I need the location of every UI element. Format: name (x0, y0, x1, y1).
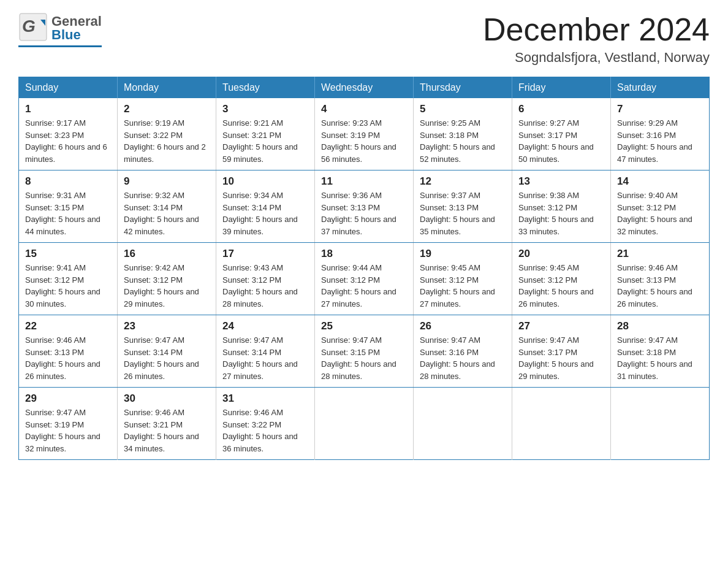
logo: G General Blue (18, 12, 102, 44)
table-row: 6 Sunrise: 9:27 AMSunset: 3:17 PMDayligh… (512, 98, 611, 170)
table-row: 9 Sunrise: 9:32 AMSunset: 3:14 PMDayligh… (118, 170, 216, 243)
day-number: 27 (518, 320, 604, 332)
calendar-header-row: Sunday Monday Tuesday Wednesday Thursday… (19, 77, 710, 99)
table-row: 11 Sunrise: 9:36 AMSunset: 3:13 PMDaylig… (315, 170, 414, 243)
day-number: 12 (420, 175, 506, 188)
location-subtitle: Sogndalsfjora, Vestland, Norway (483, 50, 710, 66)
day-info: Sunrise: 9:46 AMSunset: 3:13 PMDaylight:… (617, 263, 692, 308)
table-row: 7 Sunrise: 9:29 AMSunset: 3:16 PMDayligh… (611, 98, 710, 170)
page-container: G General Blue December 2024 Sogndalsfjo… (18, 12, 710, 460)
logo-general-text: General (51, 15, 102, 28)
day-info: Sunrise: 9:43 AMSunset: 3:12 PMDaylight:… (222, 263, 298, 308)
calendar-week-row: 1 Sunrise: 9:17 AMSunset: 3:23 PMDayligh… (19, 98, 710, 170)
day-number: 6 (518, 103, 604, 115)
col-saturday: Saturday (611, 77, 710, 99)
day-number: 26 (420, 320, 506, 332)
calendar-week-row: 22 Sunrise: 9:46 AMSunset: 3:13 PMDaylig… (19, 315, 710, 388)
logo-icon: G (18, 12, 48, 42)
table-row: 22 Sunrise: 9:46 AMSunset: 3:13 PMDaylig… (19, 315, 118, 388)
table-row: 16 Sunrise: 9:42 AMSunset: 3:12 PMDaylig… (118, 243, 216, 315)
day-number: 29 (25, 393, 111, 405)
day-number: 17 (222, 248, 308, 260)
day-info: Sunrise: 9:40 AMSunset: 3:12 PMDaylight:… (617, 191, 692, 236)
table-row: 28 Sunrise: 9:47 AMSunset: 3:18 PMDaylig… (611, 315, 710, 388)
day-number: 11 (321, 175, 407, 188)
col-sunday: Sunday (19, 77, 118, 99)
table-row: 10 Sunrise: 9:34 AMSunset: 3:14 PMDaylig… (216, 170, 315, 243)
table-row: 13 Sunrise: 9:38 AMSunset: 3:12 PMDaylig… (512, 170, 611, 243)
day-info: Sunrise: 9:47 AMSunset: 3:18 PMDaylight:… (617, 335, 692, 381)
day-number: 13 (518, 175, 604, 188)
table-row: 14 Sunrise: 9:40 AMSunset: 3:12 PMDaylig… (611, 170, 710, 243)
day-number: 5 (420, 103, 506, 115)
day-info: Sunrise: 9:47 AMSunset: 3:19 PMDaylight:… (25, 408, 100, 453)
day-info: Sunrise: 9:46 AMSunset: 3:13 PMDaylight:… (25, 335, 100, 381)
logo-text-block: General Blue (51, 15, 102, 42)
day-number: 9 (124, 175, 210, 188)
day-number: 4 (321, 103, 407, 115)
table-row: 24 Sunrise: 9:47 AMSunset: 3:14 PMDaylig… (216, 315, 315, 388)
table-row: 3 Sunrise: 9:21 AMSunset: 3:21 PMDayligh… (216, 98, 315, 170)
day-number: 10 (222, 175, 308, 188)
day-info: Sunrise: 9:31 AMSunset: 3:15 PMDaylight:… (25, 191, 100, 236)
day-info: Sunrise: 9:47 AMSunset: 3:15 PMDaylight:… (321, 335, 396, 381)
svg-text:G: G (22, 17, 36, 36)
table-row: 1 Sunrise: 9:17 AMSunset: 3:23 PMDayligh… (19, 98, 118, 170)
day-info: Sunrise: 9:45 AMSunset: 3:12 PMDaylight:… (518, 263, 594, 308)
day-number: 14 (617, 175, 703, 188)
day-number: 3 (222, 103, 308, 115)
day-number: 22 (25, 320, 111, 332)
day-info: Sunrise: 9:32 AMSunset: 3:14 PMDaylight:… (124, 191, 199, 236)
col-tuesday: Tuesday (216, 77, 315, 99)
day-info: Sunrise: 9:36 AMSunset: 3:13 PMDaylight:… (321, 191, 396, 236)
day-info: Sunrise: 9:29 AMSunset: 3:16 PMDaylight:… (617, 118, 692, 164)
day-info: Sunrise: 9:45 AMSunset: 3:12 PMDaylight:… (420, 263, 495, 308)
table-row: 21 Sunrise: 9:46 AMSunset: 3:13 PMDaylig… (611, 243, 710, 315)
day-info: Sunrise: 9:47 AMSunset: 3:14 PMDaylight:… (222, 335, 298, 381)
table-row: 19 Sunrise: 9:45 AMSunset: 3:12 PMDaylig… (414, 243, 512, 315)
day-number: 8 (25, 175, 111, 188)
day-number: 16 (124, 248, 210, 260)
title-area: December 2024 Sogndalsfjora, Vestland, N… (483, 12, 710, 66)
col-wednesday: Wednesday (315, 77, 414, 99)
day-info: Sunrise: 9:47 AMSunset: 3:17 PMDaylight:… (518, 335, 594, 381)
table-row: 26 Sunrise: 9:47 AMSunset: 3:16 PMDaylig… (414, 315, 512, 388)
table-row: 5 Sunrise: 9:25 AMSunset: 3:18 PMDayligh… (414, 98, 512, 170)
day-info: Sunrise: 9:27 AMSunset: 3:17 PMDaylight:… (518, 118, 594, 164)
day-info: Sunrise: 9:44 AMSunset: 3:12 PMDaylight:… (321, 263, 396, 308)
calendar-week-row: 15 Sunrise: 9:41 AMSunset: 3:12 PMDaylig… (19, 243, 710, 315)
day-number: 25 (321, 320, 407, 332)
day-info: Sunrise: 9:47 AMSunset: 3:14 PMDaylight:… (124, 335, 199, 381)
day-number: 19 (420, 248, 506, 260)
col-friday: Friday (512, 77, 611, 99)
logo-underline (18, 45, 102, 47)
day-info: Sunrise: 9:23 AMSunset: 3:19 PMDaylight:… (321, 118, 396, 164)
table-row (512, 388, 611, 460)
day-number: 1 (25, 103, 111, 115)
table-row: 17 Sunrise: 9:43 AMSunset: 3:12 PMDaylig… (216, 243, 315, 315)
day-info: Sunrise: 9:34 AMSunset: 3:14 PMDaylight:… (222, 191, 298, 236)
day-info: Sunrise: 9:38 AMSunset: 3:12 PMDaylight:… (518, 191, 594, 236)
col-monday: Monday (118, 77, 216, 99)
calendar-table: Sunday Monday Tuesday Wednesday Thursday… (18, 77, 710, 460)
day-info: Sunrise: 9:41 AMSunset: 3:12 PMDaylight:… (25, 263, 100, 308)
day-info: Sunrise: 9:25 AMSunset: 3:18 PMDaylight:… (420, 118, 495, 164)
table-row: 12 Sunrise: 9:37 AMSunset: 3:13 PMDaylig… (414, 170, 512, 243)
month-title: December 2024 (483, 12, 710, 47)
table-row: 15 Sunrise: 9:41 AMSunset: 3:12 PMDaylig… (19, 243, 118, 315)
day-info: Sunrise: 9:37 AMSunset: 3:13 PMDaylight:… (420, 191, 495, 236)
table-row: 31 Sunrise: 9:46 AMSunset: 3:22 PMDaylig… (216, 388, 315, 460)
table-row (611, 388, 710, 460)
table-row: 18 Sunrise: 9:44 AMSunset: 3:12 PMDaylig… (315, 243, 414, 315)
table-row: 4 Sunrise: 9:23 AMSunset: 3:19 PMDayligh… (315, 98, 414, 170)
table-row: 20 Sunrise: 9:45 AMSunset: 3:12 PMDaylig… (512, 243, 611, 315)
header: G General Blue December 2024 Sogndalsfjo… (18, 12, 710, 66)
table-row: 30 Sunrise: 9:46 AMSunset: 3:21 PMDaylig… (118, 388, 216, 460)
day-number: 2 (124, 103, 210, 115)
day-info: Sunrise: 9:19 AMSunset: 3:22 PMDaylight:… (124, 118, 206, 164)
table-row: 27 Sunrise: 9:47 AMSunset: 3:17 PMDaylig… (512, 315, 611, 388)
day-info: Sunrise: 9:46 AMSunset: 3:21 PMDaylight:… (124, 408, 199, 453)
day-number: 28 (617, 320, 703, 332)
day-info: Sunrise: 9:42 AMSunset: 3:12 PMDaylight:… (124, 263, 199, 308)
table-row: 29 Sunrise: 9:47 AMSunset: 3:19 PMDaylig… (19, 388, 118, 460)
